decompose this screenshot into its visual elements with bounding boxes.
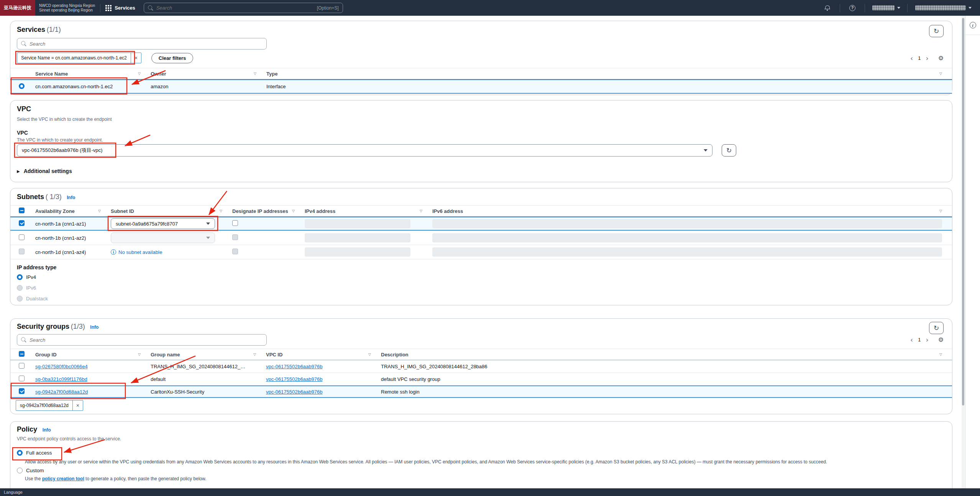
vpc-id-link[interactable]: vpc-06175502b6aab976b	[266, 389, 322, 395]
sg-row-selected[interactable]: sg-0942a7f00d68aa12d CarltonXu-SSH-Secur…	[10, 386, 952, 398]
top-navigation-bar: 亚马逊云科技 NWCD operating Ningxia Region Sin…	[0, 0, 980, 16]
radio-selected[interactable]	[17, 450, 23, 456]
filter-icon[interactable]: ▽	[98, 209, 101, 213]
filter-icon[interactable]: ▽	[420, 209, 422, 213]
table-settings-icon[interactable]: ⚙	[938, 336, 944, 343]
page-number[interactable]: 1	[916, 337, 922, 343]
filter-icon[interactable]: ▽	[253, 353, 256, 356]
vpc-id-link[interactable]: vpc-06175502b6aab976b	[266, 376, 322, 382]
sg-info-link[interactable]: Info	[90, 325, 98, 330]
account-menu-redacted[interactable]	[913, 0, 974, 16]
sg-name-cell: default	[151, 376, 166, 382]
subnet-row-1a[interactable]: cn-north-1a (cnn1-az1) subnet-0a9a6675a7…	[10, 217, 952, 231]
table-settings-icon[interactable]: ⚙	[938, 54, 944, 62]
policy-info-link[interactable]: Info	[43, 427, 51, 433]
chevron-down-icon	[969, 7, 972, 9]
service-radio-selected[interactable]	[19, 83, 25, 89]
services-panel-title: Services (1/1)	[17, 26, 61, 34]
policy-creation-tool-link[interactable]: policy creation tool	[42, 476, 84, 481]
designate-ip-checkbox[interactable]	[232, 220, 238, 226]
remove-filter-icon[interactable]: ×	[131, 53, 141, 63]
sg-search-box[interactable]	[17, 334, 267, 346]
global-search-input[interactable]	[156, 5, 317, 11]
global-search-bar[interactable]: [Option+S]	[144, 3, 343, 13]
filter-icon[interactable]: ▽	[254, 72, 256, 76]
custom-label: Custom	[26, 468, 44, 473]
subnets-info-link[interactable]: Info	[67, 195, 75, 200]
custom-desc-post: to generate a policy, then paste the gen…	[84, 476, 207, 481]
services-search-input[interactable]	[30, 41, 263, 47]
service-type-cell: Interface	[266, 84, 286, 89]
subnet-checkbox[interactable]	[19, 234, 25, 240]
region-menu-redacted[interactable]	[870, 0, 902, 16]
radio-unselected[interactable]	[17, 468, 23, 473]
column-header-ipv4: IPv4 address	[305, 208, 335, 214]
scrollbar-thumb[interactable]	[962, 18, 964, 405]
filter-icon[interactable]: ▽	[292, 209, 295, 213]
services-menu-button[interactable]: Services	[105, 5, 135, 11]
subnets-count: ( 1/3)	[46, 193, 62, 201]
radio-selected[interactable]	[17, 274, 23, 280]
services-filter-row: Service Name = cn.com.amazonaws.cn-north…	[17, 53, 944, 63]
no-subnet-available[interactable]: iNo subnet available	[111, 249, 232, 255]
select-all-checkbox[interactable]	[19, 208, 25, 213]
right-tools-rail: i	[965, 16, 980, 496]
column-header-service-name: Service Name	[35, 71, 68, 77]
subnet-checkbox-checked[interactable]	[19, 220, 25, 226]
sg-checkbox[interactable]	[19, 363, 25, 369]
service-table-row[interactable]: cn.com.amazonaws.cn-north-1.ec2 amazon I…	[10, 79, 952, 94]
additional-settings-expander[interactable]: ▶ Additional settings	[17, 168, 72, 174]
policy-option-custom[interactable]: Custom	[17, 468, 44, 473]
subnet-select[interactable]: subnet-0a9a6675a79fc8707	[111, 218, 215, 229]
sg-checkbox[interactable]	[19, 376, 25, 381]
filter-icon[interactable]: ▽	[939, 209, 942, 213]
sg-id-link[interactable]: sg-0267580f0bc0066e4	[35, 364, 88, 369]
selected-sg-token: sg-0942a7f00d68aa12d ×	[16, 400, 83, 411]
ipv6-address-field-disabled	[432, 247, 942, 257]
vertical-scrollbar[interactable]	[962, 16, 965, 496]
sg-checkbox-checked[interactable]	[19, 388, 25, 394]
vpc-id-link[interactable]: vpc-06175502b6aab976b	[266, 364, 322, 369]
nav-divider	[840, 4, 840, 12]
sg-search-input[interactable]	[30, 337, 263, 343]
remove-sg-token-icon[interactable]: ×	[72, 400, 83, 410]
help-button[interactable]: ?	[845, 0, 860, 16]
sg-row[interactable]: sg-0267580f0bc0066e4 TRANS_H_IMG_SG_2024…	[10, 360, 952, 373]
sg-refresh-button[interactable]: ↻	[929, 322, 944, 334]
policy-option-full-access[interactable]: Full access	[17, 450, 52, 456]
ipv4-address-field-disabled	[305, 247, 410, 257]
info-panel-button[interactable]: i	[965, 16, 980, 35]
refresh-button[interactable]: ↻	[929, 25, 944, 37]
ip-option-ipv4[interactable]: IPv4	[17, 274, 36, 280]
sg-pagination: ‹ 1 › ⚙	[907, 336, 944, 344]
next-page-icon[interactable]: ›	[922, 336, 932, 344]
next-page-icon[interactable]: ›	[922, 54, 932, 62]
operator-notice: NWCD operating Ningxia Region Sinnet ope…	[39, 3, 95, 13]
no-subnet-text: No subnet available	[118, 249, 162, 255]
subnet-select-empty[interactable]	[111, 232, 215, 243]
filter-icon[interactable]: ▽	[138, 72, 141, 76]
column-header-designate-ip: Designate IP addresses	[232, 208, 288, 214]
sg-id-link[interactable]: sg-0942a7f00d68aa12d	[35, 389, 88, 395]
filter-icon[interactable]: ▽	[939, 353, 942, 356]
page-number[interactable]: 1	[916, 55, 922, 61]
clear-filters-button[interactable]: Clear filters	[151, 53, 194, 63]
subnet-row-1b[interactable]: cn-north-1b (cnn1-az2)	[10, 231, 952, 245]
filter-icon[interactable]: ▽	[138, 353, 141, 356]
vpc-select[interactable]: vpc-06175502b6aab976b (项目-vpc)	[17, 144, 712, 157]
vpc-refresh-button[interactable]: ↻	[722, 144, 736, 157]
select-all-checkbox[interactable]	[19, 351, 25, 357]
filter-icon[interactable]: ▽	[220, 209, 222, 213]
subnets-panel-title: Subnets	[17, 193, 44, 201]
previous-page-icon[interactable]: ‹	[907, 54, 916, 62]
vpc-panel-subtitle: Select the VPC in which to create the en…	[17, 117, 112, 122]
language-selector[interactable]: Language	[4, 490, 23, 494]
previous-page-icon[interactable]: ‹	[907, 336, 916, 344]
sg-id-link[interactable]: sg-0ba321c099f1176bd	[35, 376, 87, 382]
sg-row[interactable]: sg-0ba321c099f1176bd default vpc-0617550…	[10, 373, 952, 386]
aws-china-logo[interactable]: 亚马逊云科技	[0, 0, 35, 16]
filter-icon[interactable]: ▽	[939, 72, 942, 76]
filter-icon[interactable]: ▽	[368, 353, 371, 356]
notifications-button[interactable]	[820, 0, 835, 16]
services-search-box[interactable]	[17, 38, 267, 49]
